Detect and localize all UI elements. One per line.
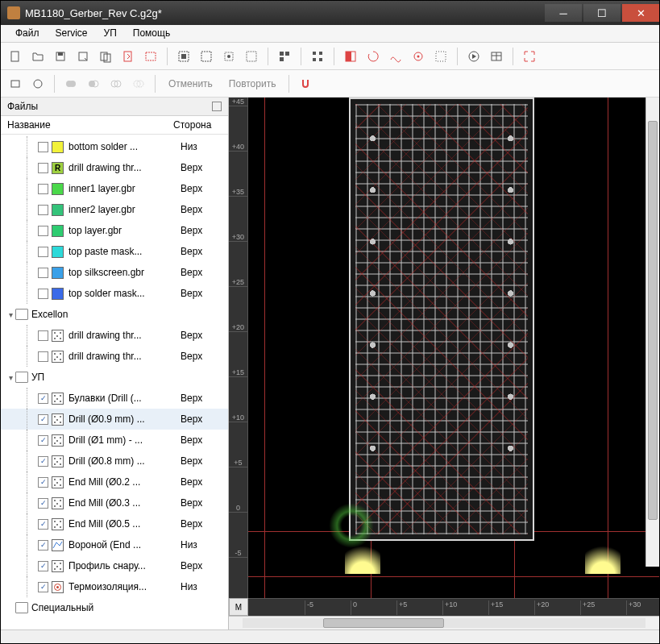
drill-icon: [52, 330, 64, 342]
sel-inv-button[interactable]: [197, 47, 216, 66]
visibility-checkbox[interactable]: ✓: [38, 540, 48, 551]
visibility-checkbox[interactable]: [38, 247, 48, 257]
visibility-checkbox[interactable]: [38, 351, 48, 362]
viewport[interactable]: [248, 98, 659, 598]
play-button[interactable]: [464, 47, 484, 66]
qr-button[interactable]: [275, 47, 294, 66]
save-as-button[interactable]: [73, 47, 93, 66]
bool-intersect-button[interactable]: [106, 74, 126, 93]
visibility-checkbox[interactable]: ✓: [38, 561, 48, 571]
svg-rect-20: [319, 58, 322, 61]
table-button[interactable]: [487, 47, 506, 66]
tree-item[interactable]: ✓Профиль снару...Верх: [1, 555, 228, 576]
new-button[interactable]: [6, 47, 25, 66]
visibility-checkbox[interactable]: [38, 330, 48, 341]
tree-item[interactable]: ✓End Mill (Ø0.2 ...Верх: [1, 472, 228, 492]
visibility-checkbox[interactable]: ✓: [38, 582, 48, 592]
tree-folder[interactable]: Специальный: [1, 597, 228, 618]
tree-item-label: top solder mask...: [68, 288, 181, 299]
sel-all-button[interactable]: [174, 47, 193, 66]
export-button[interactable]: [96, 47, 115, 66]
scrollbar-horizontal[interactable]: [229, 616, 659, 629]
shape-rect-button[interactable]: [6, 74, 25, 93]
tree-item[interactable]: top layer.gbrВерх: [1, 220, 228, 241]
svg-point-47: [56, 356, 58, 358]
minimize-button[interactable]: ─: [545, 4, 582, 22]
tree-item[interactable]: ✓Drill (Ø0.8 mm) ...Верх: [1, 451, 228, 472]
close-button[interactable]: ✕: [622, 4, 659, 22]
menu-up[interactable]: УП: [96, 25, 125, 42]
visibility-checkbox[interactable]: ✓: [38, 456, 48, 467]
tree-item[interactable]: inner2 layer.gbrВерх: [1, 199, 228, 220]
maximize-button[interactable]: ☐: [583, 4, 621, 22]
sel-expand-button[interactable]: [219, 47, 239, 66]
menu-service[interactable]: Service: [48, 25, 96, 42]
tree-item[interactable]: Rdrill drawing thr...Верх: [1, 157, 228, 178]
spiral-button[interactable]: [363, 47, 383, 66]
visibility-checkbox[interactable]: ✓: [38, 393, 48, 404]
scrollbar-vertical[interactable]: [645, 98, 659, 567]
fit-button[interactable]: [520, 47, 539, 66]
tree-item[interactable]: ✓Булавки (Drill (...Верх: [1, 388, 228, 409]
save-button[interactable]: [51, 47, 70, 66]
ruler-unit[interactable]: M: [229, 598, 248, 616]
file-tree[interactable]: bottom solder ...НизRdrill drawing thr..…: [1, 135, 228, 629]
tree-item[interactable]: ✓End Mill (Ø0.3 ...Верх: [1, 492, 228, 513]
visibility-checkbox[interactable]: [38, 184, 48, 194]
visibility-checkbox[interactable]: [38, 142, 48, 152]
open-button[interactable]: [28, 47, 48, 66]
tree-folder[interactable]: ▾Excellon: [1, 304, 228, 325]
visibility-checkbox[interactable]: ✓: [38, 435, 48, 446]
panel-popout-icon[interactable]: [212, 102, 222, 111]
tree-item-label: top layer.gbr: [68, 225, 181, 236]
grid-button[interactable]: [308, 47, 327, 66]
redo-button[interactable]: Повторить: [222, 76, 283, 92]
tree-item[interactable]: inner1 layer.gbrВерх: [1, 178, 228, 199]
sel-shrink-button[interactable]: [242, 47, 261, 66]
tree-item[interactable]: ✓Drill (Ø1 mm) - ...Верх: [1, 430, 228, 451]
visibility-checkbox[interactable]: [38, 163, 48, 173]
undo-button[interactable]: Отменить: [162, 76, 219, 92]
tree-item[interactable]: drill drawing thr...Верх: [1, 325, 228, 346]
visibility-checkbox[interactable]: ✓: [38, 477, 48, 488]
import-button[interactable]: [118, 47, 138, 66]
bool-xor-button[interactable]: [129, 74, 148, 93]
col-side[interactable]: Сторона: [173, 119, 222, 131]
dots-rect-button[interactable]: [431, 47, 450, 66]
tree-item[interactable]: ✓Вороной (End ...Низ: [1, 534, 228, 555]
visibility-checkbox[interactable]: [38, 205, 48, 215]
visibility-checkbox[interactable]: ✓: [38, 498, 48, 509]
menu-file[interactable]: Файл: [7, 25, 48, 42]
tree-item[interactable]: ✓End Mill (Ø0.5 ...Верх: [1, 513, 228, 534]
visibility-checkbox[interactable]: [38, 268, 48, 278]
collapse-icon[interactable]: ▾: [6, 310, 15, 319]
visibility-checkbox[interactable]: [38, 226, 48, 236]
bool-subtract-button[interactable]: [84, 74, 103, 93]
select-rect-button[interactable]: [141, 47, 160, 66]
collapse-icon[interactable]: ▾: [6, 373, 15, 382]
layer-color-icon: [52, 141, 64, 153]
layer-red-button[interactable]: [341, 47, 360, 66]
tree-item[interactable]: top paste mask...Верх: [1, 241, 228, 262]
tree-folder[interactable]: ▾УП: [1, 367, 228, 388]
visibility-checkbox[interactable]: ✓: [38, 414, 48, 425]
snap-button[interactable]: [296, 74, 315, 93]
svg-point-63: [54, 442, 56, 444]
pcb-board: [349, 98, 534, 541]
tree-item[interactable]: drill drawing thr...Верх: [1, 346, 228, 367]
visibility-checkbox[interactable]: ✓: [38, 519, 48, 530]
curve-button[interactable]: [386, 47, 405, 66]
tree-item[interactable]: ✓Drill (Ø0.9 mm) ...Верх: [1, 409, 228, 430]
ruler-tick: +25: [580, 600, 595, 615]
shape-circle-button[interactable]: [28, 74, 48, 93]
tree-item[interactable]: ✓Термоизоляция...Низ: [1, 576, 228, 597]
col-name[interactable]: Название: [7, 119, 173, 131]
menu-help[interactable]: Помощь: [125, 25, 178, 42]
tree-item[interactable]: top solder mask...Верх: [1, 283, 228, 304]
target-button[interactable]: [409, 47, 428, 66]
bool-union-button[interactable]: [61, 74, 81, 93]
ruler-tick: +20: [229, 323, 247, 332]
tree-item[interactable]: top silkscreen.gbrВерх: [1, 262, 228, 283]
tree-item[interactable]: bottom solder ...Низ: [1, 136, 228, 157]
visibility-checkbox[interactable]: [38, 289, 48, 299]
